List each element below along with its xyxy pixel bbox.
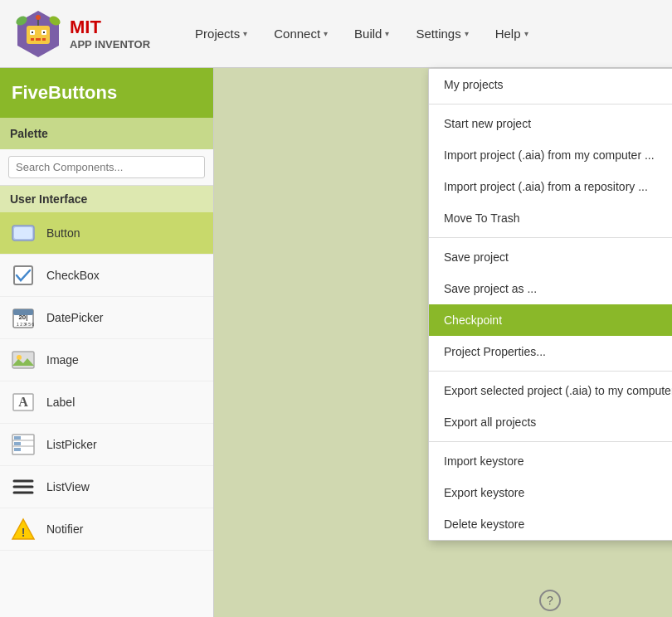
divider-1 — [429, 104, 672, 104]
svg-point-22 — [17, 355, 22, 360]
button-label: Button — [46, 226, 80, 240]
component-checkbox[interactable]: CheckBox — [0, 255, 213, 297]
checkbox-icon — [10, 262, 37, 289]
component-datepicker[interactable]: 20|1 2 34 5 6 DatePicker — [0, 297, 213, 339]
svg-rect-1 — [27, 26, 50, 44]
nav-help[interactable]: Help ▾ — [484, 20, 540, 47]
label-icon: A — [10, 389, 37, 415]
checkbox-label: CheckBox — [46, 269, 100, 282]
logo-mit: MIT — [70, 17, 150, 38]
help-button[interactable]: ? — [539, 590, 561, 611]
settings-arrow-icon: ▾ — [465, 29, 469, 38]
content-area: FiveButtons Palette User Interface Butto… — [0, 68, 672, 617]
help-arrow-icon: ▾ — [524, 29, 528, 38]
listpicker-icon — [10, 431, 37, 458]
svg-rect-14 — [14, 227, 32, 239]
component-listview[interactable]: ListView — [0, 466, 213, 508]
listview-icon — [10, 474, 37, 500]
nav-settings[interactable]: Settings ▾ — [404, 20, 480, 47]
divider-2 — [429, 237, 672, 238]
menu-import-computer[interactable]: Import project (.aia) from my computer .… — [429, 139, 672, 171]
svg-text:20|: 20| — [18, 313, 27, 321]
logo-appinventor: APP INVENTOR — [70, 38, 150, 51]
component-label[interactable]: A Label — [0, 381, 213, 424]
component-listpicker[interactable]: ListPicker — [0, 424, 213, 466]
button-icon — [10, 220, 37, 246]
logo-icon — [13, 9, 63, 59]
bottom-bar: ? — [428, 584, 672, 617]
menu-import-keystore[interactable]: Import keystore — [429, 445, 672, 477]
menu-export-keystore[interactable]: Export keystore — [429, 477, 672, 508]
menu-start-new[interactable]: Start new project — [429, 108, 672, 139]
build-arrow-icon: ▾ — [385, 29, 389, 38]
svg-rect-29 — [14, 442, 21, 445]
logo-area: MIT APP INVENTOR — [13, 9, 150, 59]
menu-delete-keystore[interactable]: Delete keystore — [429, 508, 672, 540]
menu-export-selected[interactable]: Export selected project (.aia) to my com… — [429, 375, 672, 406]
ui-section-header: User Interface — [0, 186, 213, 212]
main-area: My projects Start new project Import pro… — [214, 68, 672, 617]
svg-rect-30 — [14, 448, 21, 451]
sidebar: FiveButtons Palette User Interface Butto… — [0, 68, 214, 617]
search-box-container — [0, 149, 213, 186]
menu-save-as[interactable]: Save project as ... — [429, 273, 672, 304]
svg-text:4 5 6: 4 5 6 — [25, 322, 34, 327]
menu-project-props[interactable]: Project Properties... — [429, 336, 672, 367]
menu-export-all[interactable]: Export all projects — [429, 406, 672, 438]
svg-text:!: ! — [22, 526, 26, 539]
image-label: Image — [46, 353, 79, 367]
svg-rect-5 — [43, 32, 45, 33]
header: MIT APP INVENTOR Projects ▾ Connect ▾ Bu… — [0, 0, 672, 68]
notifier-icon: ! — [10, 516, 37, 542]
projects-arrow-icon: ▾ — [243, 29, 247, 38]
palette-header: Palette — [0, 118, 213, 149]
datepicker-icon: 20|1 2 34 5 6 — [10, 304, 37, 331]
component-notifier[interactable]: ! Notifier — [0, 508, 213, 551]
nav-connect[interactable]: Connect ▾ — [262, 20, 339, 47]
svg-text:A: A — [18, 395, 28, 409]
nav-build[interactable]: Build ▾ — [343, 20, 401, 47]
menu-save-project[interactable]: Save project — [429, 241, 672, 273]
svg-rect-4 — [32, 32, 33, 33]
component-list: Button CheckBox 20|1 2 34 5 6 DatePicker — [0, 212, 213, 617]
svg-rect-28 — [14, 436, 21, 440]
nav-projects[interactable]: Projects ▾ — [183, 20, 259, 47]
image-icon — [10, 347, 37, 373]
logo-text: MIT APP INVENTOR — [70, 17, 150, 51]
svg-rect-6 — [31, 38, 34, 41]
divider-3 — [429, 371, 672, 372]
svg-rect-7 — [36, 38, 41, 41]
search-input[interactable] — [8, 156, 205, 178]
menu-checkpoint[interactable]: Checkpoint — [429, 304, 672, 336]
projects-dropdown: My projects Start new project Import pro… — [428, 68, 672, 541]
menu-move-trash[interactable]: Move To Trash — [429, 202, 672, 234]
svg-rect-8 — [42, 38, 46, 41]
datepicker-label: DatePicker — [46, 311, 103, 324]
component-button[interactable]: Button — [0, 212, 213, 255]
listpicker-label: ListPicker — [46, 438, 97, 451]
menu-import-repo[interactable]: Import project (.aia) from a repository … — [429, 171, 672, 202]
notifier-label: Notifier — [46, 522, 83, 536]
project-title: FiveButtons — [0, 68, 213, 118]
svg-point-10 — [36, 15, 41, 20]
listview-label: ListView — [46, 480, 90, 493]
divider-4 — [429, 441, 672, 442]
label-label: Label — [46, 396, 75, 409]
component-image[interactable]: Image — [0, 339, 213, 381]
nav-bar: Projects ▾ Connect ▾ Build ▾ Settings ▾ … — [183, 20, 659, 47]
connect-arrow-icon: ▾ — [324, 29, 328, 38]
menu-my-projects[interactable]: My projects — [429, 69, 672, 100]
